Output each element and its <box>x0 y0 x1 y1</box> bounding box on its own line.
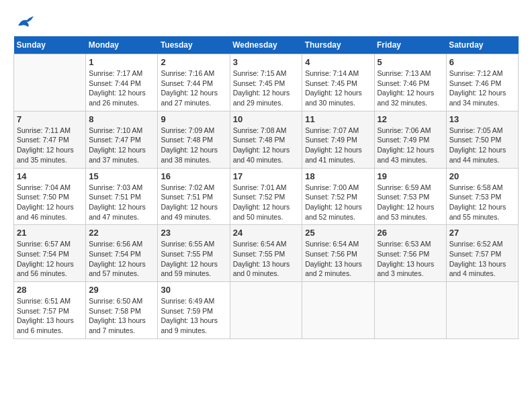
weekday-header: Sunday <box>14 36 86 54</box>
calendar-week-row: 7Sunrise: 7:11 AM Sunset: 7:47 PM Daylig… <box>14 111 519 168</box>
calendar-cell: 18Sunrise: 7:00 AM Sunset: 7:52 PM Dayli… <box>302 168 374 225</box>
day-info: Sunrise: 7:08 AM Sunset: 7:48 PM Dayligh… <box>233 126 300 165</box>
calendar-cell: 21Sunrise: 6:57 AM Sunset: 7:54 PM Dayli… <box>14 225 86 282</box>
day-info: Sunrise: 7:10 AM Sunset: 7:47 PM Dayligh… <box>89 126 154 165</box>
day-number: 23 <box>161 228 226 238</box>
day-info: Sunrise: 6:54 AM Sunset: 7:55 PM Dayligh… <box>233 239 300 279</box>
day-info: Sunrise: 6:59 AM Sunset: 7:53 PM Dayligh… <box>378 183 443 222</box>
day-info: Sunrise: 6:55 AM Sunset: 7:55 PM Dayligh… <box>161 239 226 279</box>
day-info: Sunrise: 7:07 AM Sunset: 7:49 PM Dayligh… <box>305 126 371 165</box>
day-number: 20 <box>449 171 515 181</box>
calendar-cell: 3Sunrise: 7:15 AM Sunset: 7:45 PM Daylig… <box>230 54 302 111</box>
day-number: 6 <box>449 57 515 67</box>
calendar-cell: 16Sunrise: 7:02 AM Sunset: 7:51 PM Dayli… <box>158 168 230 225</box>
calendar-cell: 7Sunrise: 7:11 AM Sunset: 7:47 PM Daylig… <box>14 111 86 168</box>
day-number: 16 <box>161 171 226 181</box>
day-info: Sunrise: 7:12 AM Sunset: 7:46 PM Dayligh… <box>449 68 515 108</box>
day-info: Sunrise: 6:52 AM Sunset: 7:57 PM Dayligh… <box>449 239 515 279</box>
day-info: Sunrise: 6:58 AM Sunset: 7:53 PM Dayligh… <box>449 183 515 222</box>
day-number: 9 <box>161 114 226 124</box>
day-number: 26 <box>378 228 443 238</box>
calendar-cell: 6Sunrise: 7:12 AM Sunset: 7:46 PM Daylig… <box>446 54 518 111</box>
calendar-cell: 22Sunrise: 6:56 AM Sunset: 7:54 PM Dayli… <box>86 225 158 282</box>
calendar-cell: 1Sunrise: 7:17 AM Sunset: 7:44 PM Daylig… <box>86 54 158 111</box>
day-number: 28 <box>17 285 83 295</box>
day-info: Sunrise: 7:02 AM Sunset: 7:51 PM Dayligh… <box>161 183 226 222</box>
day-number: 7 <box>17 114 83 124</box>
day-number: 18 <box>305 171 371 181</box>
calendar-week-row: 21Sunrise: 6:57 AM Sunset: 7:54 PM Dayli… <box>14 225 519 282</box>
calendar-cell: 24Sunrise: 6:54 AM Sunset: 7:55 PM Dayli… <box>230 225 302 282</box>
day-number: 21 <box>17 228 83 238</box>
day-number: 4 <box>305 57 371 67</box>
day-number: 13 <box>449 114 515 124</box>
calendar-cell: 10Sunrise: 7:08 AM Sunset: 7:48 PM Dayli… <box>230 111 302 168</box>
calendar-cell: 26Sunrise: 6:53 AM Sunset: 7:56 PM Dayli… <box>374 225 446 282</box>
weekday-header: Monday <box>86 36 158 54</box>
calendar-cell: 20Sunrise: 6:58 AM Sunset: 7:53 PM Dayli… <box>446 168 518 225</box>
day-number: 14 <box>17 171 83 181</box>
calendar-cell: 15Sunrise: 7:03 AM Sunset: 7:51 PM Dayli… <box>86 168 158 225</box>
calendar-week-row: 1Sunrise: 7:17 AM Sunset: 7:44 PM Daylig… <box>14 54 519 111</box>
calendar-cell: 5Sunrise: 7:13 AM Sunset: 7:46 PM Daylig… <box>374 54 446 111</box>
day-number: 29 <box>89 285 154 295</box>
weekday-header: Tuesday <box>158 36 230 54</box>
day-number: 24 <box>233 228 300 238</box>
day-info: Sunrise: 7:13 AM Sunset: 7:46 PM Dayligh… <box>378 68 443 108</box>
day-number: 19 <box>378 171 443 181</box>
calendar-cell: 13Sunrise: 7:05 AM Sunset: 7:50 PM Dayli… <box>446 111 518 168</box>
calendar-cell: 19Sunrise: 6:59 AM Sunset: 7:53 PM Dayli… <box>374 168 446 225</box>
calendar-cell: 12Sunrise: 7:06 AM Sunset: 7:49 PM Dayli… <box>374 111 446 168</box>
day-number: 5 <box>378 57 443 67</box>
day-info: Sunrise: 6:54 AM Sunset: 7:56 PM Dayligh… <box>305 239 371 279</box>
calendar-cell <box>14 54 86 111</box>
day-number: 27 <box>449 228 515 238</box>
calendar-cell: 8Sunrise: 7:10 AM Sunset: 7:47 PM Daylig… <box>86 111 158 168</box>
day-info: Sunrise: 7:17 AM Sunset: 7:44 PM Dayligh… <box>89 68 154 108</box>
day-number: 8 <box>89 114 154 124</box>
day-info: Sunrise: 6:57 AM Sunset: 7:54 PM Dayligh… <box>17 239 83 279</box>
calendar-cell <box>302 282 374 339</box>
day-number: 25 <box>305 228 371 238</box>
day-info: Sunrise: 7:14 AM Sunset: 7:45 PM Dayligh… <box>305 68 371 108</box>
day-number: 17 <box>233 171 300 181</box>
calendar-cell: 30Sunrise: 6:49 AM Sunset: 7:59 PM Dayli… <box>158 282 230 339</box>
page-header <box>13 13 519 30</box>
day-info: Sunrise: 6:53 AM Sunset: 7:56 PM Dayligh… <box>378 239 443 279</box>
day-info: Sunrise: 6:50 AM Sunset: 7:58 PM Dayligh… <box>89 296 154 336</box>
logo <box>13 13 35 30</box>
day-info: Sunrise: 7:16 AM Sunset: 7:44 PM Dayligh… <box>161 68 226 108</box>
day-number: 22 <box>89 228 154 238</box>
weekday-header: Thursday <box>302 36 374 54</box>
calendar-cell: 23Sunrise: 6:55 AM Sunset: 7:55 PM Dayli… <box>158 225 230 282</box>
day-info: Sunrise: 7:03 AM Sunset: 7:51 PM Dayligh… <box>89 183 154 222</box>
day-info: Sunrise: 7:11 AM Sunset: 7:47 PM Dayligh… <box>17 126 83 165</box>
weekday-header-row: SundayMondayTuesdayWednesdayThursdayFrid… <box>14 36 519 54</box>
day-number: 3 <box>233 57 300 67</box>
day-info: Sunrise: 6:49 AM Sunset: 7:59 PM Dayligh… <box>161 296 226 336</box>
weekday-header: Saturday <box>446 36 518 54</box>
calendar-cell <box>230 282 302 339</box>
day-info: Sunrise: 6:51 AM Sunset: 7:57 PM Dayligh… <box>17 296 83 336</box>
calendar-cell: 2Sunrise: 7:16 AM Sunset: 7:44 PM Daylig… <box>158 54 230 111</box>
weekday-header: Friday <box>374 36 446 54</box>
calendar-cell: 17Sunrise: 7:01 AM Sunset: 7:52 PM Dayli… <box>230 168 302 225</box>
day-number: 12 <box>378 114 443 124</box>
calendar-cell: 29Sunrise: 6:50 AM Sunset: 7:58 PM Dayli… <box>86 282 158 339</box>
day-info: Sunrise: 7:05 AM Sunset: 7:50 PM Dayligh… <box>449 126 515 165</box>
day-info: Sunrise: 7:00 AM Sunset: 7:52 PM Dayligh… <box>305 183 371 222</box>
calendar-cell: 9Sunrise: 7:09 AM Sunset: 7:48 PM Daylig… <box>158 111 230 168</box>
day-number: 2 <box>161 57 226 67</box>
day-info: Sunrise: 7:06 AM Sunset: 7:49 PM Dayligh… <box>378 126 443 165</box>
calendar-cell: 14Sunrise: 7:04 AM Sunset: 7:50 PM Dayli… <box>14 168 86 225</box>
day-number: 30 <box>161 285 226 295</box>
weekday-header: Wednesday <box>230 36 302 54</box>
day-number: 11 <box>305 114 371 124</box>
calendar-table: SundayMondayTuesdayWednesdayThursdayFrid… <box>13 36 519 339</box>
day-info: Sunrise: 7:04 AM Sunset: 7:50 PM Dayligh… <box>17 183 83 222</box>
calendar-week-row: 14Sunrise: 7:04 AM Sunset: 7:50 PM Dayli… <box>14 168 519 225</box>
day-number: 1 <box>89 57 154 67</box>
calendar-cell: 28Sunrise: 6:51 AM Sunset: 7:57 PM Dayli… <box>14 282 86 339</box>
calendar-cell <box>446 282 518 339</box>
day-number: 10 <box>233 114 300 124</box>
